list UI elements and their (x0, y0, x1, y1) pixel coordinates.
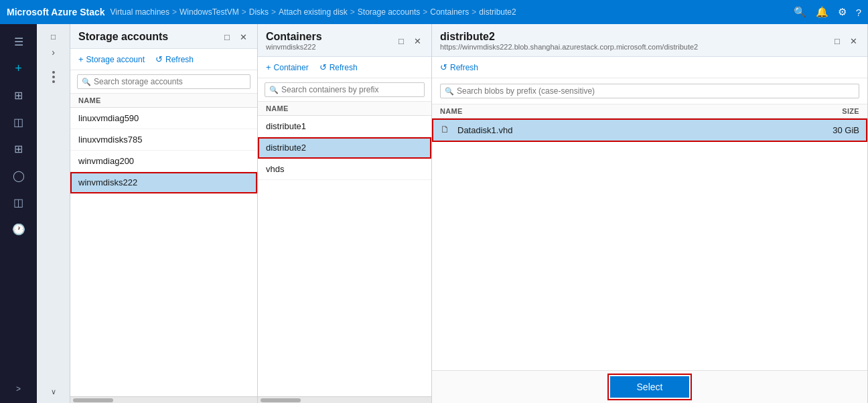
storage-hscroll-thumb (73, 398, 113, 402)
sidebar: ☰ + ⊞ ◫ ⊞ ◯ ◫ 🕐 > (0, 24, 37, 403)
sep5: > (423, 7, 427, 17)
blade-distribute2-header: distribute2 https://winvmdisks222.blob.s… (432, 24, 867, 57)
collapsed-chevron-icon[interactable]: › (52, 47, 55, 58)
breadcrumb-vm[interactable]: Virtual machines (111, 7, 170, 17)
containers-search-box[interactable]: 🔍 (265, 82, 425, 97)
blade-distribute2-subtitle: https://winvmdisks222.blob.shanghai.azur… (440, 43, 698, 51)
storage-item-name: winvmdisks222 (78, 177, 249, 187)
blade-storage-search: 🔍 (70, 70, 257, 94)
sep2: > (242, 7, 246, 17)
refresh-storage-button[interactable]: ↺ Refresh (155, 54, 194, 64)
list-item[interactable]: distribute1 (258, 116, 431, 137)
blade-storage-toolbar: + Storage account ↺ Refresh (70, 49, 257, 70)
refresh-containers-icon: ↺ (319, 62, 327, 72)
refresh-containers-label: Refresh (330, 63, 358, 72)
select-button[interactable]: Select (610, 376, 690, 398)
add-icon: + (78, 54, 84, 64)
blob-size: 30 GiB (806, 125, 859, 135)
container-item-name: vhds (266, 164, 423, 174)
sidebar-expand-icon[interactable]: > (13, 382, 23, 396)
add-container-button[interactable]: + Container (266, 62, 309, 72)
list-item[interactable]: linuxvmdiag590 (70, 108, 257, 129)
blade-storage-minimize[interactable]: □ (221, 31, 233, 43)
list-item[interactable]: vhds (258, 159, 431, 180)
refresh-icon: ↺ (155, 54, 163, 64)
brand-logo: Microsoft Azure Stack (7, 7, 105, 17)
distribute2-list-header: NAME SIZE (432, 104, 867, 118)
blade-containers-toolbar: + Container ↺ Refresh (258, 57, 431, 78)
refresh-distribute2-button[interactable]: ↺ Refresh (440, 62, 478, 72)
breadcrumb-distribute2[interactable]: distribute2 (479, 7, 516, 17)
add-storage-label: Storage account (86, 55, 145, 64)
blade-distribute2-close[interactable]: ✕ (847, 35, 859, 47)
help-icon[interactable]: ? (856, 7, 861, 18)
blade-containers-header: Containers winvmdisks222 □ ✕ (258, 24, 431, 57)
blade-storage-header: Storage accounts □ ✕ (70, 24, 257, 49)
list-item[interactable]: distribute2 (258, 137, 431, 159)
search-icon[interactable]: 🔍 (794, 6, 806, 18)
storage-item-name: winvmdiag200 (78, 156, 249, 166)
top-bar-icons: 🔍 🔔 ⚙ ? (794, 6, 861, 18)
blade-containers: Containers winvmdisks222 □ ✕ + Container… (258, 24, 432, 403)
blade-distribute2-minimize[interactable]: □ (831, 35, 843, 47)
container-item-name: distribute1 (266, 121, 423, 131)
sidebar-resources-icon[interactable]: ◫ (5, 110, 32, 134)
breadcrumb-attach[interactable]: Attach existing disk (279, 7, 348, 17)
main-container: ☰ + ⊞ ◫ ⊞ ◯ ◫ 🕐 > □ › ∨ Storage accoun (0, 24, 868, 403)
blade-distribute2-toolbar: ↺ Refresh (432, 57, 867, 78)
sidebar-dashboard-icon[interactable]: ⊞ (5, 83, 32, 107)
storage-hscroll[interactable] (70, 396, 257, 403)
blade-distribute2-controls: □ ✕ (831, 35, 859, 47)
sidebar-add-icon[interactable]: + (5, 56, 32, 80)
distribute2-col-size: SIZE (806, 107, 859, 115)
distribute2-list: 🗋 Datadisk1.vhd 30 GiB (432, 118, 867, 370)
collapsed-panel: □ › ∨ (37, 24, 70, 403)
list-item[interactable]: winvmdiag200 (70, 151, 257, 172)
blade-containers-title: Containers (266, 31, 322, 43)
blade-storage-close[interactable]: ✕ (237, 31, 249, 43)
breadcrumb-disks[interactable]: Disks (249, 7, 269, 17)
sep4: > (350, 7, 355, 17)
breadcrumb-windowstestvm[interactable]: WindowsTestVM (179, 7, 239, 17)
blade-storage-accounts: Storage accounts □ ✕ + Storage account ↺… (70, 24, 258, 403)
refresh-storage-label: Refresh (165, 55, 194, 64)
sidebar-marketplace-icon[interactable]: ⊞ (5, 137, 32, 161)
refresh-distribute2-icon: ↺ (440, 62, 447, 72)
blade-distribute2: distribute2 https://winvmdisks222.blob.s… (432, 24, 868, 403)
storage-search-box[interactable]: 🔍 (77, 74, 250, 89)
storage-search-input[interactable] (94, 77, 246, 86)
sidebar-menu-icon[interactable]: ☰ (5, 29, 32, 54)
distribute2-search-box[interactable]: 🔍 (440, 84, 859, 98)
bell-icon[interactable]: 🔔 (816, 6, 828, 18)
blade-distribute2-footer: Select (432, 370, 867, 403)
collapsed-toggle-icon[interactable]: □ (48, 29, 58, 44)
distribute2-search-input[interactable] (457, 86, 855, 96)
list-item[interactable]: linuxvmdisks785 (70, 129, 257, 151)
list-item[interactable]: winvmdisks222 (70, 172, 257, 193)
blob-item[interactable]: 🗋 Datadisk1.vhd 30 GiB (432, 118, 867, 142)
container-item-name: distribute2 (266, 143, 423, 153)
containers-search-input[interactable] (281, 85, 420, 94)
breadcrumb-storage[interactable]: Storage accounts (358, 7, 420, 17)
storage-list: linuxvmdiag590 linuxvmdisks785 winvmdiag… (70, 108, 257, 396)
gear-icon[interactable]: ⚙ (838, 6, 847, 18)
sidebar-monitor-icon[interactable]: ◫ (5, 190, 32, 214)
sidebar-circle-icon[interactable]: ◯ (5, 163, 32, 187)
containers-search-icon: 🔍 (269, 86, 279, 94)
refresh-containers-button[interactable]: ↺ Refresh (319, 62, 358, 72)
collapse-arrow[interactable]: ∨ (51, 388, 56, 396)
sidebar-clock-icon[interactable]: 🕐 (5, 217, 32, 241)
storage-col-name: NAME (78, 96, 249, 104)
blade-containers-subtitle: winvmdisks222 (266, 43, 322, 51)
blade-containers-close[interactable]: ✕ (411, 35, 423, 47)
containers-list: distribute1 distribute2 vhds (258, 116, 431, 396)
containers-hscroll-thumb (261, 398, 301, 402)
add-container-icon: + (266, 62, 271, 72)
breadcrumb-containers[interactable]: Containers (430, 7, 469, 17)
containers-hscroll[interactable] (258, 396, 431, 403)
breadcrumb: Virtual machines > WindowsTestVM > Disks… (111, 7, 788, 17)
blade-containers-minimize[interactable]: □ (395, 35, 407, 47)
add-storage-account-button[interactable]: + Storage account (78, 54, 145, 64)
blade-containers-controls: □ ✕ (395, 35, 423, 47)
distribute2-search-icon: 🔍 (445, 87, 454, 96)
